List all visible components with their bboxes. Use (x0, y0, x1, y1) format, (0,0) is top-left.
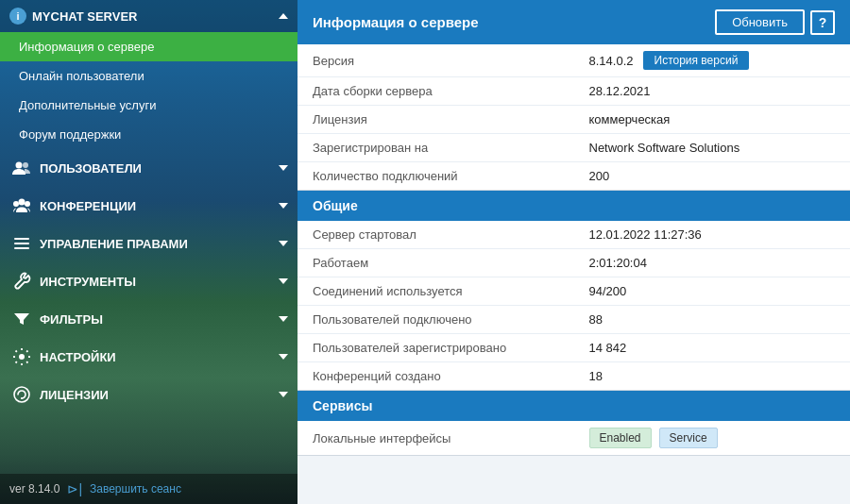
sidebar-header: i MYCHAT SERVER (0, 0, 298, 32)
chevron-down-icon-filters (279, 316, 288, 322)
table-row: Работаем 2:01:20:04 (298, 249, 850, 277)
field-label: Пользователей подключено (298, 306, 574, 334)
sidebar-rights-label: УПРАВЛЕНИЕ ПРАВАМИ (40, 237, 188, 251)
field-value: 88 (574, 306, 851, 334)
sidebar-item-users[interactable]: ПОЛЬЗОВАТЕЛИ (0, 149, 298, 187)
svg-point-4 (25, 201, 30, 207)
field-label: Зарегистрирован на (298, 134, 574, 162)
table-row: Лицензия коммерческая (298, 106, 850, 134)
field-value: 200 (574, 162, 851, 191)
history-button[interactable]: История версий (643, 51, 750, 70)
svg-point-10 (21, 397, 23, 399)
sidebar-item-conferences[interactable]: КОНФЕРЕНЦИИ (0, 187, 298, 225)
field-label: Конференций создано (298, 362, 574, 391)
sidebar-settings-label: НАСТРОЙКИ (40, 350, 116, 364)
field-label: Количество подключений (298, 162, 574, 191)
general-section-title: Общие (298, 191, 850, 221)
svg-rect-7 (14, 247, 29, 249)
chevron-down-icon-conf (279, 203, 288, 209)
svg-rect-5 (14, 238, 29, 240)
field-value: 8.14.0.2 История версий (574, 44, 851, 77)
table-row: Версия 8.14.0.2 История версий (298, 44, 850, 77)
services-table: Локальные интерфейсы Enabled Service (298, 421, 850, 455)
table-row: Количество подключений 200 (298, 162, 850, 191)
field-value: 28.12.2021 (574, 77, 851, 106)
field-label: Пользователей зарегистрировано (298, 334, 574, 362)
content-header: Информация о сервере Обновить ? (298, 0, 850, 44)
server-info-table: Версия 8.14.0.2 История версий Дата сбор… (298, 44, 850, 190)
sidebar-nav: Информация о сервере Онлайн пользователи… (0, 32, 298, 474)
services-section-title: Сервисы (298, 391, 850, 421)
sidebar-item-filters[interactable]: ФИЛЬТРЫ (0, 300, 298, 338)
sidebar-item-online-users[interactable]: Онлайн пользователи (0, 61, 298, 91)
sidebar-filters-label: ФИЛЬТРЫ (40, 312, 103, 327)
content-header-actions: Обновить ? (715, 9, 835, 35)
chevron-down-icon (279, 165, 288, 171)
version-label: ver 8.14.0 (9, 482, 60, 496)
chevron-down-icon-tools (279, 278, 288, 284)
users-icon (11, 158, 32, 178)
field-value: 94/200 (574, 277, 851, 306)
services-block: Сервисы Локальные интерфейсы Enabled Ser… (298, 391, 850, 456)
svg-point-2 (13, 201, 19, 207)
sidebar-item-licenses[interactable]: ЛИЦЕНЗИИ (0, 376, 298, 413)
field-value: коммерческая (574, 106, 851, 134)
general-info-table: Сервер стартовал 12.01.2022 11:27:36 Раб… (298, 221, 850, 390)
table-row: Сервер стартовал 12.01.2022 11:27:36 (298, 221, 850, 249)
sidebar-item-support-forum[interactable]: Форум поддержки (0, 120, 298, 149)
field-label: Работаем (298, 249, 574, 277)
sidebar-item-rights[interactable]: УПРАВЛЕНИЕ ПРАВАМИ (0, 225, 298, 262)
info-icon: i (9, 8, 26, 25)
sidebar-item-additional-services[interactable]: Дополнительные услуги (0, 91, 298, 120)
table-row: Зарегистрирован на Network Software Solu… (298, 134, 850, 162)
conferences-icon (11, 195, 32, 216)
field-label: Версия (298, 44, 574, 77)
sidebar-tools-label: ИНСТРУМЕНТЫ (40, 275, 136, 289)
field-value: Network Software Solutions (574, 134, 851, 162)
sidebar-conferences-label: КОНФЕРЕНЦИИ (40, 199, 136, 213)
tools-icon (11, 271, 32, 292)
server-info-block: Версия 8.14.0.2 История версий Дата сбор… (298, 44, 850, 191)
sidebar-item-settings[interactable]: НАСТРОЙКИ (0, 338, 298, 376)
field-value: 14 842 (574, 334, 851, 362)
filters-icon (11, 309, 32, 329)
sidebar: i MYCHAT SERVER Информация о сервере Онл… (0, 0, 298, 504)
field-value: 18 (574, 362, 851, 391)
svg-point-1 (23, 162, 28, 168)
table-row: Локальные интерфейсы Enabled Service (298, 421, 850, 455)
chevron-down-icon-licenses (279, 392, 288, 397)
table-row: Соединений используется 94/200 (298, 277, 850, 306)
enabled-badge: Enabled (589, 428, 652, 448)
svg-rect-6 (14, 243, 29, 244)
logout-label[interactable]: Завершить сеанс (90, 482, 181, 496)
help-button[interactable]: ? (810, 10, 835, 35)
table-row: Дата сборки сервера 28.12.2021 (298, 77, 850, 106)
table-row: Пользователей подключено 88 (298, 306, 850, 334)
field-label: Соединений используется (298, 277, 574, 306)
sidebar-collapse-icon[interactable] (279, 13, 288, 19)
field-label: Сервер стартовал (298, 221, 574, 249)
rights-icon (11, 233, 32, 254)
licenses-icon (11, 384, 32, 405)
sidebar-item-server-info[interactable]: Информация о сервере (0, 32, 298, 61)
sidebar-item-tools[interactable]: ИНСТРУМЕНТЫ (0, 262, 298, 300)
svg-point-8 (19, 354, 25, 360)
field-value: 12.01.2022 11:27:36 (574, 221, 851, 249)
refresh-button[interactable]: Обновить (715, 9, 805, 35)
field-value: 2:01:20:04 (574, 249, 851, 277)
field-label: Лицензия (298, 106, 574, 134)
logout-icon[interactable]: ⊳| (67, 481, 82, 496)
sidebar-users-label: ПОЛЬЗОВАТЕЛИ (40, 161, 142, 176)
svg-point-0 (16, 162, 23, 169)
sidebar-title: MYCHAT SERVER (32, 9, 137, 24)
content-title: Информация о сервере (313, 14, 479, 30)
settings-icon (11, 346, 32, 367)
content-area: Информация о сервере Обновить ? Версия 8… (298, 0, 850, 504)
service-badge: Service (659, 428, 718, 448)
table-row: Конференций создано 18 (298, 362, 850, 391)
field-label: Локальные интерфейсы (298, 421, 574, 455)
sidebar-licenses-label: ЛИЦЕНЗИИ (40, 388, 109, 402)
general-info-block: Общие Сервер стартовал 12.01.2022 11:27:… (298, 191, 850, 391)
chevron-down-icon-settings (279, 354, 288, 360)
status-badge: Enabled Service (589, 428, 718, 448)
